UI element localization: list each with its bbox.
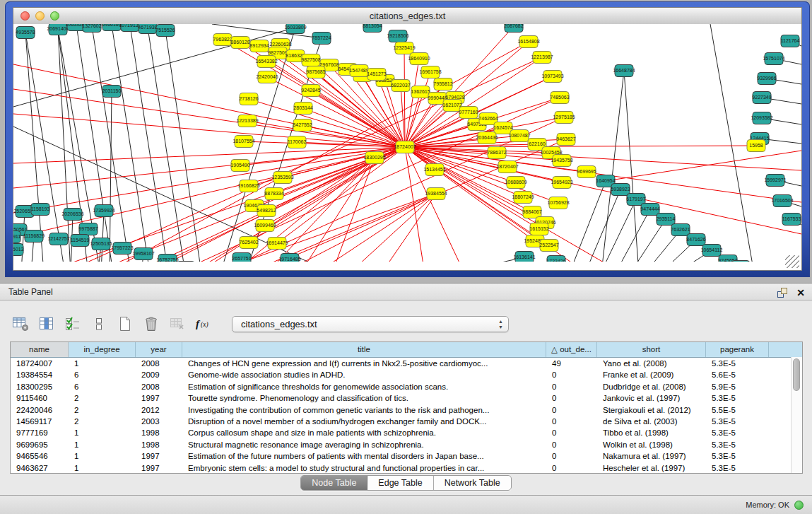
table-cell[interactable]: 2008: [136, 358, 182, 369]
graph-node[interactable]: 16033809: [284, 24, 306, 34]
trash-icon[interactable]: [142, 315, 160, 332]
graph-node[interactable]: 18807249: [512, 192, 534, 204]
graph-node[interactable]: 20206536: [61, 209, 83, 221]
table-cell[interactable]: Jankovic et al. (1997): [597, 392, 706, 404]
graph-edge[interactable]: [624, 71, 639, 262]
graph-node[interactable]: 18720407: [496, 161, 518, 173]
graph-node[interactable]: 1547489: [349, 65, 368, 77]
graph-node[interactable]: 15958: [747, 140, 765, 152]
table-cell[interactable]: Structural magnetic resonance image aver…: [182, 439, 546, 450]
table-cell[interactable]: 49: [546, 358, 597, 369]
graph-node[interactable]: 16648784: [613, 65, 635, 77]
table-cell[interactable]: 14569117: [11, 416, 69, 427]
table-cell[interactable]: 5.3E-5: [706, 358, 769, 369]
graph-node[interactable]: 15751074: [763, 53, 784, 65]
graph-node[interactable]: 7485063: [550, 92, 569, 104]
table-cell[interactable]: Tourette syndrome. Phenomenology and cla…: [182, 392, 546, 404]
column-header-title[interactable]: title: [182, 342, 546, 357]
column-header-in_degree[interactable]: in_degree: [69, 342, 136, 357]
graph-node[interactable]: 18724007: [394, 141, 416, 153]
table-cell[interactable]: 2003: [136, 416, 182, 427]
table-cell[interactable]: Investigating the contribution of common…: [182, 404, 546, 416]
table-cell[interactable]: 22420046: [11, 404, 69, 416]
table-cell[interactable]: 0: [546, 369, 597, 380]
graph-node[interactable]: 2031150: [102, 86, 122, 98]
table-row[interactable]: 969969511998Structural magnetic resonanc…: [11, 439, 802, 450]
network-view-window[interactable]: citations_edges.txt 49355782069140610653…: [5, 1, 810, 277]
graph-node[interactable]: 12142757: [47, 233, 69, 245]
tab-node-table[interactable]: Node Table: [301, 476, 367, 490]
graph-node[interactable]: 18107554: [233, 136, 254, 148]
table-cell[interactable]: Corpus callosum shape and size in male p…: [182, 427, 546, 438]
graph-node[interactable]: 9975887: [78, 223, 98, 235]
graph-node[interactable]: 2803144: [293, 103, 312, 115]
graph-node[interactable]: 4935578: [16, 27, 35, 39]
graph-node[interactable]: 7632621: [671, 224, 690, 236]
graph-edge[interactable]: [101, 211, 104, 262]
graph-node[interactable]: 12213987: [531, 52, 553, 64]
graph-node[interactable]: 7625402: [239, 237, 258, 249]
graph-node[interactable]: 1451273: [367, 69, 386, 81]
graph-node[interactable]: 6822037: [391, 80, 410, 92]
graph-node[interactable]: 8860128: [230, 37, 249, 49]
table-cell[interactable]: 5.6E-5: [706, 369, 769, 380]
graph-node[interactable]: 17957223: [111, 243, 133, 255]
graph-node[interactable]: 2087682: [504, 24, 523, 33]
graph-edge[interactable]: [165, 30, 201, 262]
column-header-year[interactable]: year: [136, 342, 182, 357]
graph-node[interactable]: 1733426: [546, 256, 565, 262]
table-cell[interactable]: 0: [546, 404, 597, 416]
graph-node[interactable]: 11156829: [23, 230, 45, 243]
graph-node[interactable]: 9699695: [577, 166, 596, 178]
graph-node[interactable]: 17016504: [771, 195, 793, 207]
graph-node[interactable]: 15134451: [423, 164, 445, 176]
graph-node[interactable]: 16136141: [513, 252, 535, 262]
graph-node[interactable]: 9227349: [752, 92, 771, 104]
table-cell[interactable]: 9465546: [11, 450, 69, 462]
graph-node[interactable]: 12975185: [553, 112, 575, 124]
graph-node[interactable]: 1292344: [176, 262, 195, 262]
table-row[interactable]: 1830029562008Estimation of significance …: [11, 381, 802, 392]
graph-node[interactable]: 9474444: [640, 204, 659, 216]
table-cell[interactable]: 19384554: [11, 369, 69, 380]
graph-edge[interactable]: [191, 147, 405, 262]
graph-node[interactable]: 19218506: [387, 30, 408, 42]
table-cell[interactable]: 6: [69, 381, 136, 392]
graph-node[interactable]: 17359924: [93, 205, 114, 217]
tab-edge-table[interactable]: Edge Table: [367, 476, 433, 490]
graph-node[interactable]: 5938923: [611, 184, 630, 196]
select-rows-icon[interactable]: [64, 315, 82, 332]
graph-node[interactable]: 10688609: [505, 177, 526, 189]
table-cell[interactable]: 2012: [136, 404, 182, 416]
table-row[interactable]: 1872400712008Changes of HCN gene express…: [11, 358, 802, 369]
table-cell[interactable]: 5.3E-5: [706, 427, 769, 438]
table-cell[interactable]: 1998: [136, 439, 182, 450]
graph-node[interactable]: 16914479: [266, 238, 288, 250]
table-cell[interactable]: 1997: [136, 450, 182, 462]
table-cell[interactable]: Genome-wide association studies in ADHD.: [182, 369, 546, 380]
graph-node[interactable]: 10654112: [701, 245, 723, 257]
new-document-icon[interactable]: [116, 315, 134, 332]
table-cell[interactable]: 9699695: [11, 439, 69, 450]
table-cell[interactable]: 18300295: [11, 381, 69, 392]
table-chooser-dropdown[interactable]: citations_edges.txt▲▼: [232, 316, 509, 332]
table-cell[interactable]: 0: [546, 427, 597, 438]
table-cell[interactable]: 0: [546, 381, 597, 392]
graph-node[interactable]: 16099469: [254, 220, 276, 232]
graph-edge[interactable]: [585, 189, 620, 262]
graph-edge[interactable]: [112, 25, 150, 262]
table-settings-icon[interactable]: [11, 315, 30, 332]
graph-node[interactable]: 22420046: [256, 71, 278, 83]
table-cell[interactable]: 0: [546, 392, 597, 404]
graph-node[interactable]: 20364436: [476, 132, 498, 144]
graph-node[interactable]: 9329966: [757, 73, 776, 85]
graph-node[interactable]: 12213389: [236, 115, 258, 127]
graph-edge[interactable]: [25, 33, 44, 262]
table-cell[interactable]: 5.3E-5: [706, 439, 769, 450]
table-cell[interactable]: Tibbo et al. (1998): [597, 427, 706, 438]
table-cell[interactable]: Embryonic stem cells: a model to study s…: [182, 462, 546, 474]
table-cell[interactable]: Estimation of the future numbers of pati…: [182, 450, 546, 462]
graph-node[interactable]: 16961758: [419, 66, 441, 78]
table-row[interactable]: 1456911722003Disruption of a novel membe…: [11, 416, 802, 427]
graph-edge[interactable]: [110, 91, 112, 262]
